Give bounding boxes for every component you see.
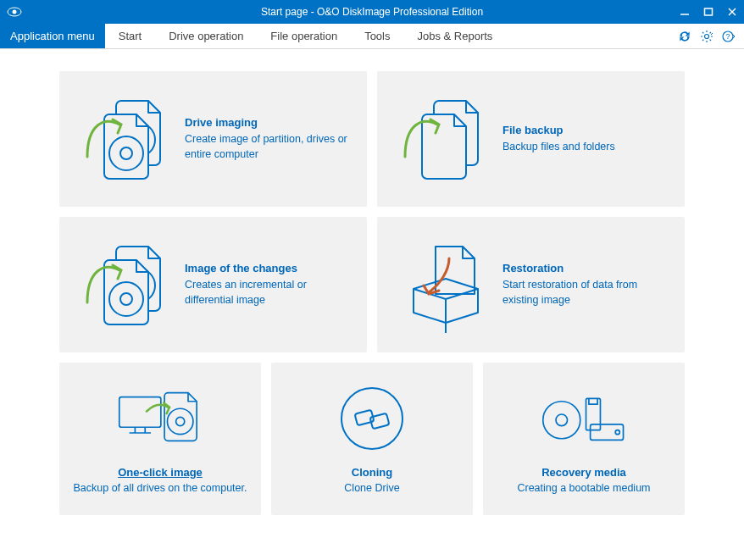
window-title: Start page - O&O DiskImage Professional … (261, 6, 483, 18)
card-desc: Backup of all drives on the computer. (74, 482, 247, 494)
window-buttons (673, 0, 744, 24)
svg-text:?: ? (725, 32, 730, 41)
refresh-icon[interactable] (678, 30, 691, 43)
tab-start[interactable]: Start (105, 24, 155, 48)
tab-file-operation[interactable]: File operation (257, 24, 351, 48)
card-title: Drive imaging (185, 116, 348, 129)
menubar: Application menu Start Drive operation F… (0, 24, 744, 49)
cloning-icon (325, 381, 419, 457)
tab-drive-operation[interactable]: Drive operation (155, 24, 257, 48)
start-page-content: Drive imaging Create image of partition,… (0, 49, 744, 560)
row-3: One-click image Backup of all drives on … (59, 363, 685, 515)
svg-rect-26 (591, 424, 624, 441)
card-title: One-click image (118, 466, 203, 479)
row-1: Drive imaging Create image of partition,… (59, 71, 685, 207)
card-restoration[interactable]: Restoration Start restoration of data fr… (377, 217, 685, 352)
maximize-button[interactable] (697, 0, 720, 24)
svg-point-27 (615, 430, 619, 435)
tab-tools[interactable]: Tools (351, 24, 403, 48)
application-menu-button[interactable]: Application menu (0, 24, 105, 48)
help-icon[interactable]: ? (722, 30, 736, 43)
svg-point-20 (341, 388, 403, 449)
card-file-backup[interactable]: File backup Backup files and folders (377, 71, 685, 207)
svg-rect-17 (119, 397, 161, 428)
row-2: Image of the changes Creates an incremen… (59, 217, 685, 352)
restoration-icon (396, 234, 497, 335)
card-image-changes[interactable]: Image of the changes Creates an incremen… (59, 217, 367, 352)
drive-imaging-icon (78, 88, 180, 190)
card-drive-imaging[interactable]: Drive imaging Create image of partition,… (59, 71, 367, 207)
image-changes-icon (78, 234, 180, 335)
toolbar-right: ? (678, 24, 744, 48)
card-recovery-media[interactable]: Recovery media Creating a bootable mediu… (483, 363, 685, 515)
card-desc: Creating a bootable medium (517, 482, 650, 494)
svg-rect-3 (705, 8, 713, 15)
tab-jobs-reports[interactable]: Jobs & Reports (404, 24, 507, 48)
card-desc: Clone Drive (344, 482, 399, 494)
card-title: Image of the changes (185, 262, 348, 274)
close-button[interactable] (720, 0, 744, 24)
one-click-image-icon (114, 381, 207, 457)
card-desc: Create image of partition, drives or ent… (185, 132, 348, 162)
titlebar: Start page - O&O DiskImage Professional … (0, 0, 744, 24)
card-title: File backup (502, 124, 615, 136)
card-desc: Start restoration of data from existing … (502, 278, 666, 308)
card-cloning[interactable]: Cloning Clone Drive (271, 363, 473, 515)
card-title: Restoration (502, 262, 666, 274)
app-logo-icon (7, 7, 22, 17)
svg-point-23 (543, 402, 580, 439)
svg-point-6 (705, 34, 709, 38)
minimize-button[interactable] (673, 0, 697, 24)
settings-gear-icon[interactable] (700, 30, 713, 43)
svg-rect-25 (586, 398, 601, 430)
svg-point-1 (13, 10, 17, 14)
recovery-media-icon (537, 381, 630, 457)
svg-point-24 (556, 414, 568, 426)
tabs-container: Start Drive operation File operation Too… (105, 24, 507, 48)
card-one-click-image[interactable]: One-click image Backup of all drives on … (59, 363, 261, 515)
card-title: Recovery media (541, 466, 626, 479)
file-backup-icon (396, 88, 497, 190)
card-desc: Backup files and folders (502, 140, 615, 155)
card-desc: Creates an incremental or differential i… (185, 278, 348, 308)
card-title: Cloning (352, 466, 392, 479)
